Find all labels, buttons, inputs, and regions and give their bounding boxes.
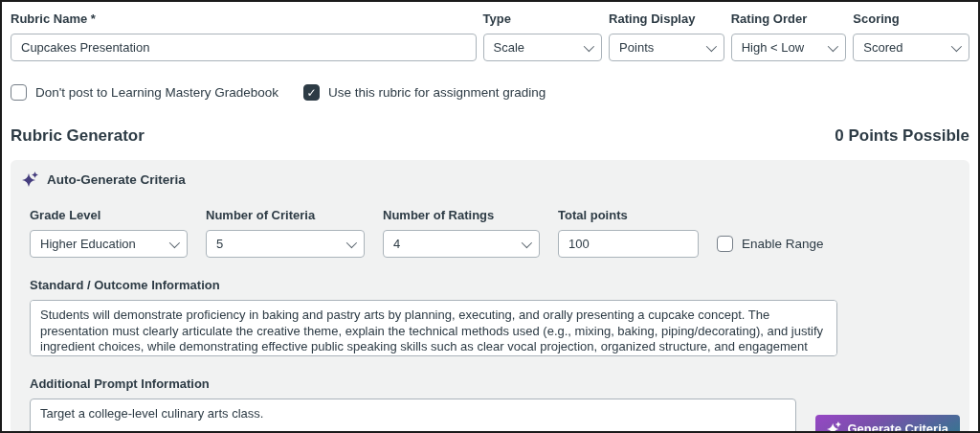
additional-prompt-label: Additional Prompt Information — [21, 376, 960, 391]
number-of-ratings-select-value: 4 — [393, 237, 400, 251]
number-of-criteria-select-value: 5 — [216, 237, 223, 251]
chevron-down-icon — [346, 237, 357, 247]
rating-display-field: Rating Display Points — [609, 11, 724, 61]
page-title: Rubric Generator — [11, 126, 145, 146]
rating-order-select-value: High < Low — [742, 40, 804, 55]
type-select[interactable]: Scale — [483, 34, 603, 61]
rating-display-select[interactable]: Points — [609, 34, 724, 61]
rubric-name-input[interactable] — [11, 34, 477, 61]
chevron-down-icon — [169, 237, 180, 247]
auto-generate-panel: Auto-Generate Criteria Grade Level Highe… — [11, 160, 969, 433]
grade-level-label: Grade Level — [30, 208, 188, 222]
rating-order-label: Rating Order — [731, 11, 847, 26]
scoring-field: Scoring Scored — [853, 11, 969, 61]
standard-outcome-textarea[interactable]: Students will demonstrate proficiency in… — [30, 300, 837, 356]
rating-display-select-value: Points — [619, 40, 654, 55]
total-points-field: Total points — [558, 208, 699, 258]
number-of-ratings-label: Number of Ratings — [383, 208, 540, 222]
scoring-select[interactable]: Scored — [853, 34, 969, 61]
dont-post-checkbox-item[interactable]: Don't post to Learning Mastery Gradebook — [11, 84, 278, 101]
dont-post-label: Don't post to Learning Mastery Gradebook — [35, 85, 278, 100]
rating-display-label: Rating Display — [609, 11, 724, 26]
grade-level-select[interactable]: Higher Education — [30, 230, 188, 258]
points-possible: 0 Points Possible — [835, 126, 969, 146]
chevron-down-icon — [522, 237, 532, 247]
number-of-ratings-select[interactable]: 4 — [383, 230, 540, 258]
type-label: Type — [483, 11, 603, 26]
number-of-criteria-select[interactable]: 5 — [206, 230, 365, 258]
number-of-ratings-field: Number of Ratings 4 — [383, 208, 540, 258]
scoring-select-value: Scored — [863, 40, 902, 55]
chevron-down-icon — [828, 40, 838, 51]
standard-outcome-label: Standard / Outcome Information — [21, 278, 960, 292]
use-for-grading-label: Use this rubric for assignment grading — [328, 85, 546, 100]
enable-range-item: Enable Range — [717, 230, 824, 258]
panel-header: Auto-Generate Criteria — [21, 171, 960, 188]
grade-level-field: Grade Level Higher Education — [30, 208, 188, 258]
generator-heading-row: Rubric Generator 0 Points Possible — [11, 126, 969, 146]
number-of-criteria-field: Number of Criteria 5 — [206, 208, 365, 258]
chevron-down-icon — [951, 40, 962, 51]
grade-level-select-value: Higher Education — [40, 237, 136, 251]
rubric-name-field: Rubric Name * — [11, 11, 477, 61]
additional-prompt-textarea[interactable]: Target a college-level culinary arts cla… — [30, 399, 796, 433]
enable-range-label: Enable Range — [742, 237, 824, 251]
total-points-label: Total points — [558, 208, 699, 222]
generate-criteria-button-label: Generate Criteria — [848, 422, 949, 433]
rubric-editor-window: Rubric Name * Type Scale Rating Display … — [0, 0, 980, 433]
enable-range-checkbox[interactable] — [717, 236, 733, 252]
rubric-name-label: Rubric Name * — [11, 11, 477, 26]
dont-post-checkbox[interactable] — [11, 84, 27, 101]
check-icon: ✓ — [306, 87, 316, 99]
scoring-label: Scoring — [853, 11, 969, 26]
chevron-down-icon — [584, 40, 594, 51]
type-field: Type Scale — [483, 11, 603, 61]
use-for-grading-checkbox[interactable]: ✓ — [303, 84, 320, 101]
rubric-settings-row: Rubric Name * Type Scale Rating Display … — [11, 11, 969, 61]
rubric-options-row: Don't post to Learning Mastery Gradebook… — [11, 84, 969, 101]
type-select-value: Scale — [494, 40, 525, 55]
generator-controls-row: Grade Level Higher Education Number of C… — [21, 208, 960, 258]
use-for-grading-checkbox-item[interactable]: ✓ Use this rubric for assignment grading — [303, 84, 546, 101]
chevron-down-icon — [705, 40, 716, 51]
enable-range-checkbox-item[interactable]: Enable Range — [717, 236, 824, 252]
total-points-input[interactable] — [558, 230, 699, 258]
number-of-criteria-label: Number of Criteria — [206, 208, 365, 222]
prompt-and-generate-row: Target a college-level culinary arts cla… — [21, 399, 960, 433]
sparkle-icon — [827, 422, 841, 433]
sparkle-icon — [22, 171, 38, 188]
rating-order-select[interactable]: High < Low — [731, 34, 847, 61]
panel-title: Auto-Generate Criteria — [47, 172, 186, 187]
rating-order-field: Rating Order High < Low — [731, 11, 847, 61]
generate-criteria-button[interactable]: Generate Criteria — [815, 415, 961, 433]
